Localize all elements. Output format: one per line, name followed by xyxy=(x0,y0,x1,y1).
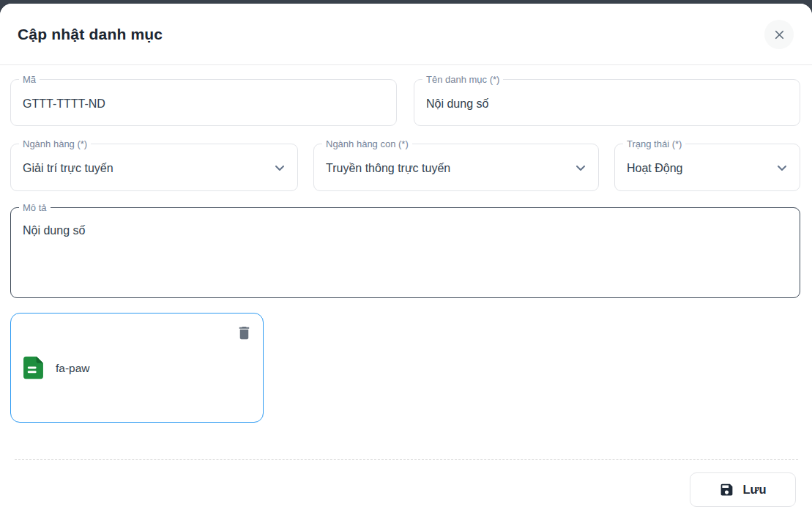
delete-attachment-button[interactable] xyxy=(234,322,254,343)
description-label: Mô tả xyxy=(19,201,51,214)
code-input[interactable] xyxy=(11,80,396,125)
status-value: Hoạt Động xyxy=(627,161,683,174)
code-field: Mã xyxy=(10,79,397,126)
document-icon xyxy=(23,357,43,379)
description-field: Mô tả Nội dung số xyxy=(10,207,800,298)
attachment-card: fa-paw xyxy=(10,313,264,423)
code-label: Mã xyxy=(19,73,40,86)
floppy-disk-icon xyxy=(719,482,734,497)
industry-select[interactable]: Ngành hàng (*) Giải trí trực tuyến xyxy=(10,144,298,191)
chevron-down-icon xyxy=(572,159,589,177)
save-button[interactable]: Lưu xyxy=(690,472,796,507)
sub-industry-select[interactable]: Ngành hàng con (*) Truyền thông trực tuy… xyxy=(313,144,599,191)
save-button-label: Lưu xyxy=(742,483,766,497)
industry-label: Ngành hàng (*) xyxy=(19,138,91,150)
attachment-row: fa-paw xyxy=(23,357,90,379)
modal-backdrop: Cập nhật danh mục Mã Tên danh mục (*) Ng… xyxy=(0,0,812,523)
sub-industry-label: Ngành hàng con (*) xyxy=(322,138,412,150)
modal-title: Cập nhật danh mục xyxy=(18,26,163,43)
sub-industry-value: Truyền thông trực tuyến xyxy=(326,161,450,174)
update-category-modal: Cập nhật danh mục Mã Tên danh mục (*) Ng… xyxy=(0,4,812,523)
footer-divider xyxy=(15,459,798,460)
close-icon xyxy=(772,28,786,42)
close-button[interactable] xyxy=(764,20,794,49)
modal-header: Cập nhật danh mục xyxy=(0,4,812,65)
description-textarea[interactable]: Nội dung số xyxy=(11,208,800,297)
trash-icon xyxy=(236,324,253,341)
attachment-file-name: fa-paw xyxy=(56,361,90,374)
status-select[interactable]: Trạng thái (*) Hoạt Động xyxy=(614,144,800,191)
chevron-down-icon xyxy=(271,159,288,177)
category-name-label: Tên danh mục (*) xyxy=(422,73,503,86)
category-name-field: Tên danh mục (*) xyxy=(414,79,800,126)
industry-value: Giải trí trực tuyến xyxy=(23,161,113,174)
category-name-input[interactable] xyxy=(414,80,800,125)
chevron-down-icon xyxy=(773,159,791,177)
status-label: Trạng thái (*) xyxy=(623,138,685,150)
